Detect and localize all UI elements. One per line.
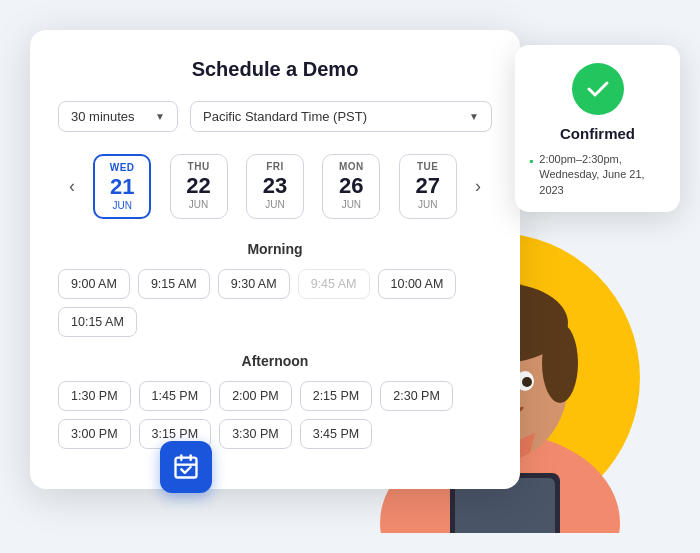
day-month: JUN xyxy=(189,199,208,210)
morning-section: Morning 9:00 AM9:15 AM9:30 AM9:45 AM10:0… xyxy=(58,241,492,337)
svg-point-9 xyxy=(522,377,532,387)
calendar-day-mon[interactable]: MON 26 JUN xyxy=(322,154,380,219)
afternoon-section: Afternoon 1:30 PM1:45 PM2:00 PM2:15 PM2:… xyxy=(58,353,492,449)
day-month: JUN xyxy=(265,199,284,210)
svg-point-5 xyxy=(542,323,578,403)
confirmed-icon-circle xyxy=(572,63,624,115)
morning-slot-1[interactable]: 9:15 AM xyxy=(138,269,210,299)
calendar-day-tue[interactable]: TUE 27 JUN xyxy=(399,154,457,219)
afternoon-slot-2[interactable]: 2:00 PM xyxy=(219,381,292,411)
day-name: MON xyxy=(339,161,364,172)
calendar-next-button[interactable]: › xyxy=(464,173,492,201)
afternoon-slot-7[interactable]: 3:30 PM xyxy=(219,419,292,449)
calendar-day-wed[interactable]: WED 21 JUN xyxy=(93,154,151,219)
dropdowns-row: 30 minutes ▼ Pacific Standard Time (PST)… xyxy=(58,101,492,132)
card-title: Schedule a Demo xyxy=(58,58,492,81)
afternoon-slot-8[interactable]: 3:45 PM xyxy=(300,419,373,449)
duration-arrow: ▼ xyxy=(155,111,165,122)
afternoon-slot-1[interactable]: 1:45 PM xyxy=(139,381,212,411)
day-month: JUN xyxy=(418,199,437,210)
confirmed-time-text: 2:00pm–2:30pm, Wednesday, June 21, 2023 xyxy=(539,152,666,198)
morning-slots: 9:00 AM9:15 AM9:30 AM9:45 AM10:00 AM10:1… xyxy=(58,269,492,337)
day-name: FRI xyxy=(266,161,284,172)
calendar-check-icon xyxy=(172,453,200,481)
confirmed-card: Confirmed ▪ 2:00pm–2:30pm, Wednesday, Ju… xyxy=(515,45,680,212)
calendar-badge xyxy=(160,441,212,493)
confirmed-time-row: ▪ 2:00pm–2:30pm, Wednesday, June 21, 202… xyxy=(529,152,666,198)
afternoon-slots: 1:30 PM1:45 PM2:00 PM2:15 PM2:30 PM3:00 … xyxy=(58,381,492,449)
day-month: JUN xyxy=(342,199,361,210)
morning-label: Morning xyxy=(58,241,492,257)
timezone-arrow: ▼ xyxy=(469,111,479,122)
duration-dropdown[interactable]: 30 minutes ▼ xyxy=(58,101,178,132)
afternoon-label: Afternoon xyxy=(58,353,492,369)
calendar-prev-button[interactable]: ‹ xyxy=(58,173,86,201)
day-name: TUE xyxy=(417,161,439,172)
morning-slot-3: 9:45 AM xyxy=(298,269,370,299)
duration-value: 30 minutes xyxy=(71,109,135,124)
schedule-card: Schedule a Demo 30 minutes ▼ Pacific Sta… xyxy=(30,30,520,489)
calendar-days: WED 21 JUN THU 22 JUN FRI 23 JUN MON 26 … xyxy=(86,154,464,219)
timezone-dropdown[interactable]: Pacific Standard Time (PST) ▼ xyxy=(190,101,492,132)
calendar-day-thu[interactable]: THU 22 JUN xyxy=(170,154,228,219)
timezone-value: Pacific Standard Time (PST) xyxy=(203,109,367,124)
confirmed-title: Confirmed xyxy=(529,125,666,142)
afternoon-slot-5[interactable]: 3:00 PM xyxy=(58,419,131,449)
checkmark-icon xyxy=(584,75,612,103)
morning-slot-4[interactable]: 10:00 AM xyxy=(378,269,457,299)
day-number: 27 xyxy=(416,174,440,198)
afternoon-slot-4[interactable]: 2:30 PM xyxy=(380,381,453,411)
day-name: WED xyxy=(110,162,135,173)
day-number: 21 xyxy=(110,175,134,199)
day-number: 23 xyxy=(263,174,287,198)
calendar-small-icon: ▪ xyxy=(529,153,533,170)
afternoon-slot-0[interactable]: 1:30 PM xyxy=(58,381,131,411)
day-number: 22 xyxy=(186,174,210,198)
calendar-row: ‹ WED 21 JUN THU 22 JUN FRI 23 JUN MON 2… xyxy=(58,154,492,219)
svg-rect-12 xyxy=(176,458,197,478)
day-name: THU xyxy=(188,161,210,172)
day-number: 26 xyxy=(339,174,363,198)
morning-slot-2[interactable]: 9:30 AM xyxy=(218,269,290,299)
morning-slot-0[interactable]: 9:00 AM xyxy=(58,269,130,299)
morning-slot-5[interactable]: 10:15 AM xyxy=(58,307,137,337)
scene: Schedule a Demo 30 minutes ▼ Pacific Sta… xyxy=(0,0,700,553)
day-month: JUN xyxy=(112,200,131,211)
afternoon-slot-3[interactable]: 2:15 PM xyxy=(300,381,373,411)
calendar-day-fri[interactable]: FRI 23 JUN xyxy=(246,154,304,219)
